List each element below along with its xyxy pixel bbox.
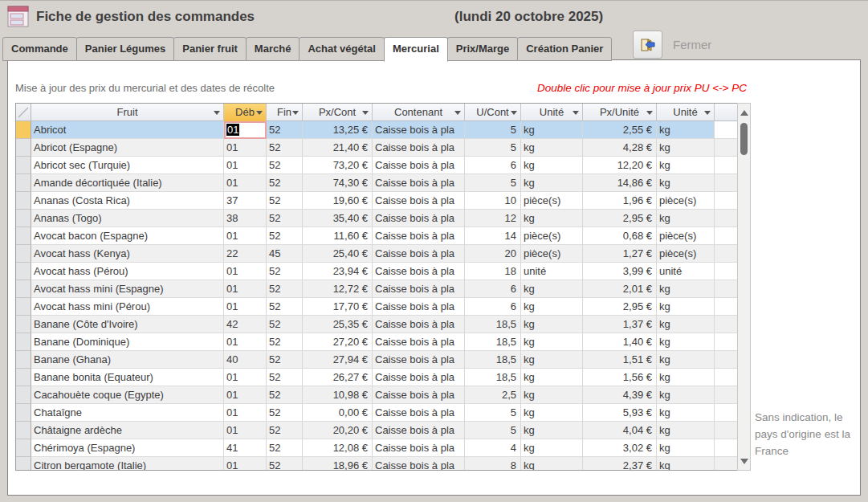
cell-deb[interactable]: 37 [224,192,267,210]
row-selector[interactable] [16,333,31,351]
column-header-contenant[interactable]: Contenant [373,104,465,121]
cell-ucont[interactable]: 5 [465,174,521,192]
cell-unite[interactable]: kg [521,333,583,351]
row-selector[interactable] [16,298,31,316]
cell-pxcont[interactable]: 12,08 € [303,439,373,457]
cell-pxunite[interactable]: 14,86 € [583,174,657,192]
cell-deb[interactable]: 01 [224,457,267,471]
cell-unite2[interactable]: kg [657,210,715,227]
scroll-up-button[interactable] [738,106,750,119]
cell-ucont[interactable]: 2,5 [465,386,521,404]
row-selector[interactable] [16,369,31,386]
cell-contenant[interactable]: Caisse bois à pla [373,316,465,333]
cell-deb[interactable]: 01 [224,333,267,351]
vertical-scrollbar[interactable] [737,103,751,471]
cell-fin[interactable]: 52 [267,333,303,351]
cell-deb[interactable]: 01 [224,386,267,404]
filter-dropdown-icon[interactable] [573,111,579,115]
scrollbar-thumb[interactable] [740,123,748,155]
cell-fruit[interactable]: Abricot sec (Turquie) [31,157,224,174]
cell-pxcont[interactable]: 12,72 € [303,280,373,298]
cell-deb[interactable]: 01 [224,227,267,245]
cell-unite2[interactable]: kg [657,457,715,471]
cell-fruit[interactable]: Banane (Côte d'Ivoire) [31,316,224,333]
cell-contenant[interactable]: Caisse bois à pla [373,351,465,369]
filter-dropdown-icon[interactable] [362,111,369,115]
cell-unite2[interactable]: pièce(s) [657,227,715,245]
cell-pxunite[interactable]: 2,01 € [583,280,657,298]
cell-unite2[interactable]: kg [657,121,715,139]
cell-fruit[interactable]: Ananas (Togo) [31,210,224,227]
cell-unite[interactable]: pièce(s) [521,245,583,263]
column-header-pxcont[interactable]: Px/Cont [303,104,373,121]
cell-deb[interactable]: 01 [224,139,267,157]
tab-prix-marge[interactable]: Prix/Marge [447,37,518,61]
cell-ucont[interactable]: 6 [465,157,521,174]
cell-deb[interactable]: 41 [224,439,267,457]
cell-fin[interactable]: 52 [267,422,303,439]
cell-deb[interactable]: 38 [224,210,267,227]
cell-pxunite[interactable]: 5,93 € [583,404,657,422]
row-selector[interactable] [16,227,31,245]
cell-ucont[interactable]: 8 [465,457,521,471]
row-selector[interactable] [16,210,31,227]
cell-pxunite[interactable]: 2,95 € [583,298,657,316]
cell-fruit[interactable]: Abricot (Espagne) [31,139,224,157]
column-header-fruit[interactable]: Fruit [31,104,224,121]
row-selector[interactable] [16,422,31,439]
cell-fruit[interactable]: Cacahouète coque (Egypte) [31,386,224,404]
cell-deb[interactable]: 01 [224,174,267,192]
row-selector[interactable] [16,351,31,369]
row-selector[interactable] [16,121,31,139]
tab-march-[interactable]: Marché [246,37,300,61]
cell-contenant[interactable]: Caisse bois à pla [373,174,465,192]
tab-panier-fruit[interactable]: Panier fruit [173,37,247,61]
cell-unite[interactable]: kg [521,210,583,227]
cell-unite[interactable]: kg [521,139,583,157]
cell-unite[interactable]: kg [521,351,583,369]
cell-fruit[interactable]: Avocat hass mini (Pérou) [31,298,224,316]
cell-pxcont[interactable]: 23,94 € [303,263,373,280]
filter-dropdown-icon[interactable] [454,111,461,115]
row-selector[interactable] [16,245,31,263]
cell-pxcont[interactable]: 17,70 € [303,298,373,316]
cell-contenant[interactable]: Caisse bois à pla [373,369,465,386]
cell-ucont[interactable]: 6 [465,298,521,316]
column-header-fin[interactable]: Fin [267,104,303,121]
cell-pxcont[interactable]: 73,20 € [303,157,373,174]
cell-pxunite[interactable]: 1,56 € [583,369,657,386]
cell-unite2[interactable]: kg [657,404,715,422]
cell-unite2[interactable]: kg [657,369,715,386]
cell-fruit[interactable]: Avocat bacon (Espagne) [31,227,224,245]
cell-pxunite[interactable]: 1,40 € [583,333,657,351]
row-selector[interactable] [16,192,31,210]
cell-unite[interactable]: pièce(s) [521,227,583,245]
cell-fruit[interactable]: Avocat hass (Kenya) [31,245,224,263]
cell-fin[interactable]: 52 [267,298,303,316]
cell-ucont[interactable]: 18,5 [465,333,521,351]
row-selector[interactable] [16,280,31,298]
filter-dropdown-icon[interactable] [511,111,517,115]
filter-dropdown-icon[interactable] [704,111,711,115]
cell-fruit[interactable]: Amande décortiquée (Italie) [31,174,224,192]
cell-fin[interactable]: 52 [267,210,303,227]
cell-pxcont[interactable]: 13,25 € [303,121,373,139]
cell-unite2[interactable]: kg [657,386,715,404]
cell-fin[interactable]: 52 [267,263,303,280]
cell-unite2[interactable]: kg [657,422,715,439]
cell-ucont[interactable]: 6 [465,280,521,298]
cell-pxunite[interactable]: 4,39 € [583,386,657,404]
cell-fin[interactable]: 45 [267,245,303,263]
cell-ucont[interactable]: 18,5 [465,316,521,333]
cell-fin[interactable]: 52 [267,369,303,386]
cell-fin[interactable]: 52 [267,351,303,369]
row-selector[interactable] [16,439,31,457]
cell-fruit[interactable]: Avocat hass (Pérou) [31,263,224,280]
cell-unite2[interactable]: kg [657,316,715,333]
cell-unite2[interactable]: kg [657,280,715,298]
cell-ucont[interactable]: 20 [465,245,521,263]
cell-fruit[interactable]: Chataîgne [31,404,224,422]
cell-fin[interactable]: 52 [267,404,303,422]
cell-unite2[interactable]: kg [657,333,715,351]
cell-ucont[interactable]: 18,5 [465,351,521,369]
